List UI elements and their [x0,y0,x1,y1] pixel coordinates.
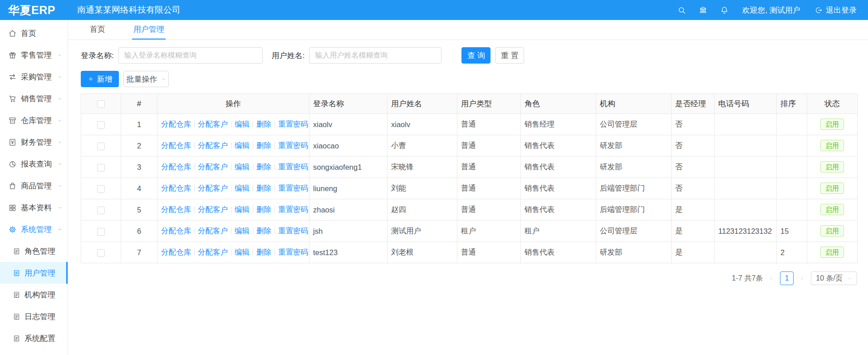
assign-warehouse-link[interactable]: 分配仓库 [161,205,191,213]
reset-button[interactable]: 重 置 [495,47,524,64]
cell-login-name: xiaolv [309,114,387,135]
cell-status: 启用 [807,199,858,221]
prev-page-button[interactable] [768,275,775,281]
batch-operations-button[interactable]: 批量操作 [123,71,169,87]
cell-index: 7 [121,242,157,263]
sidebar-item-home[interactable]: 首页 [0,22,68,44]
tab-user-management[interactable]: 用户管理 [132,20,166,39]
assign-customer-link[interactable]: 分配客户 [198,163,228,171]
bank-icon[interactable] [699,6,707,15]
search-button[interactable]: 查 询 [461,47,490,64]
sidebar-item-purchase[interactable]: 采购管理 [0,66,68,88]
edit-link[interactable]: 编辑 [235,184,250,192]
delete-link[interactable]: 删除 [256,120,271,128]
cell-org: 后端管理部门 [596,178,672,199]
delete-link[interactable]: 删除 [256,205,271,213]
reset-password-link[interactable]: 重置密码 [278,248,308,256]
assign-customer-link[interactable]: 分配客户 [198,227,228,235]
row-checkbox[interactable] [97,121,105,129]
row-checkbox[interactable] [97,143,105,150]
delete-link[interactable]: 删除 [256,184,271,192]
assign-warehouse-link[interactable]: 分配仓库 [161,141,191,149]
search-icon[interactable] [677,6,686,15]
cell-sort [777,178,807,199]
row-checkbox[interactable] [97,185,105,193]
reset-password-link[interactable]: 重置密码 [278,163,308,171]
cell-org: 研发部 [596,135,672,157]
sidebar-item-label: 日志管理 [25,311,55,322]
add-button[interactable]: 新增 [81,71,119,87]
sidebar-item-finance[interactable]: 财务管理 [0,131,68,153]
cell-phone [715,199,777,221]
cell-sort: 2 [777,242,807,263]
assign-warehouse-link[interactable]: 分配仓库 [161,248,191,256]
row-checkbox-cell [81,221,121,242]
cell-role: 销售经理 [521,114,596,135]
reset-password-link[interactable]: 重置密码 [278,205,308,213]
login-name-input[interactable] [118,47,263,64]
page-size-select[interactable]: 10 条/页 [811,271,857,285]
assign-warehouse-link[interactable]: 分配仓库 [161,227,191,235]
sidebar-item-system[interactable]: 系统管理 [0,218,68,240]
assign-warehouse-link[interactable]: 分配仓库 [161,120,191,128]
operation-separator [275,249,275,256]
operation-separator [253,185,253,192]
cell-sort [777,199,807,221]
logout-button[interactable]: 退出登录 [815,5,857,15]
tab-home[interactable]: 首页 [88,20,107,39]
reset-password-link[interactable]: 重置密码 [278,184,308,192]
cell-status: 启用 [807,178,858,199]
sidebar-item-label: 销售管理 [21,94,52,104]
edit-link[interactable]: 编辑 [235,227,250,235]
user-name-input[interactable] [309,47,441,64]
operation-separator [275,206,275,213]
reset-password-link[interactable]: 重置密码 [278,120,308,128]
current-page[interactable]: 1 [780,271,794,285]
assign-warehouse-link[interactable]: 分配仓库 [161,163,191,171]
edit-link[interactable]: 编辑 [235,120,250,128]
delete-link[interactable]: 删除 [256,163,271,171]
delete-link[interactable]: 删除 [256,141,271,149]
reset-password-link[interactable]: 重置密码 [278,227,308,235]
assign-customer-link[interactable]: 分配客户 [198,248,228,256]
cell-user-type: 租户 [457,221,521,242]
bell-icon[interactable] [720,6,729,15]
sidebar-item-system-config[interactable]: 系统配置 [0,327,68,349]
edit-link[interactable]: 编辑 [235,248,250,256]
assign-warehouse-link[interactable]: 分配仓库 [161,184,191,192]
select-all-checkbox[interactable] [97,100,105,108]
edit-link[interactable]: 编辑 [235,205,250,213]
sidebar-item-user-management[interactable]: 用户管理 [0,262,68,284]
column-header: 登录名称 [309,94,387,114]
sidebar-item-goods[interactable]: 商品管理 [0,175,68,197]
edit-link[interactable]: 编辑 [235,163,250,171]
sidebar-item-sales[interactable]: 销售管理 [0,88,68,109]
edit-link[interactable]: 编辑 [235,141,250,149]
sidebar-item-warehouse[interactable]: 仓库管理 [0,109,68,131]
row-checkbox-cell [81,199,121,221]
row-checkbox[interactable] [97,228,105,236]
system-icon [8,225,17,234]
assign-customer-link[interactable]: 分配客户 [198,120,228,128]
sidebar-item-log-management[interactable]: 日志管理 [0,306,68,327]
assign-customer-link[interactable]: 分配客户 [198,205,228,213]
delete-link[interactable]: 删除 [256,227,271,235]
sidebar-item-role-management[interactable]: 角色管理 [0,240,68,262]
sidebar-item-org-management[interactable]: 机构管理 [0,284,68,306]
delete-link[interactable]: 删除 [256,248,271,256]
cell-sort [777,157,807,178]
next-page-button[interactable] [799,275,805,281]
status-badge: 启用 [820,161,844,173]
sidebar-item-report[interactable]: 报表查询 [0,153,68,175]
row-checkbox[interactable] [97,249,105,257]
sidebar-item-retail[interactable]: 零售管理 [0,44,68,66]
operation-separator [275,142,275,149]
assign-customer-link[interactable]: 分配客户 [198,141,228,149]
sidebar-item-basic-data[interactable]: 基本资料 [0,197,68,218]
reset-password-link[interactable]: 重置密码 [278,141,308,149]
assign-customer-link[interactable]: 分配客户 [198,184,228,192]
cell-status: 启用 [807,221,858,242]
tab-bar: 首页用户管理 [68,20,868,40]
row-checkbox[interactable] [97,164,105,172]
row-checkbox[interactable] [97,207,105,214]
